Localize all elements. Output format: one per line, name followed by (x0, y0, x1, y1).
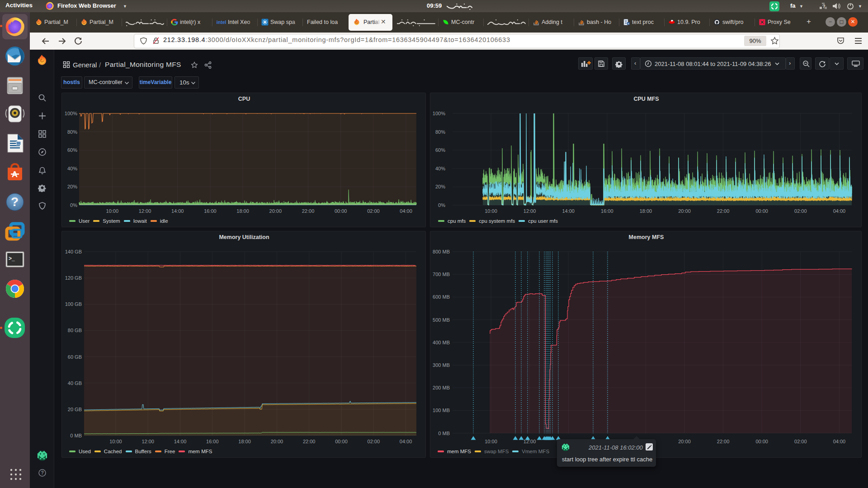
svg-text:16:00: 16:00 (206, 439, 219, 444)
svg-text:140 GB: 140 GB (65, 249, 82, 254)
svg-text:80%: 80% (67, 129, 77, 135)
svg-text:0 MB: 0 MB (438, 431, 450, 436)
svg-text:60%: 60% (435, 147, 445, 153)
svg-text:600 MB: 600 MB (433, 294, 450, 300)
svg-text:10:00: 10:00 (485, 208, 497, 214)
svg-text:12:00: 12:00 (524, 208, 536, 214)
svg-text:20:00: 20:00 (678, 208, 691, 214)
svg-text:60 GB: 60 GB (68, 354, 82, 360)
svg-text:00:00: 00:00 (335, 208, 347, 214)
svg-text:20%: 20% (435, 184, 445, 189)
svg-text:22:00: 22:00 (717, 439, 730, 444)
svg-text:100%: 100% (65, 111, 77, 116)
svg-text:12:00: 12:00 (142, 439, 154, 444)
svg-text:300 MB: 300 MB (433, 362, 450, 368)
svg-text:04:00: 04:00 (833, 208, 846, 214)
svg-text:20:00: 20:00 (271, 439, 283, 444)
svg-text:22:00: 22:00 (303, 439, 316, 444)
svg-text:10:00: 10:00 (109, 439, 122, 444)
svg-text:40%: 40% (435, 166, 445, 171)
svg-text:04:00: 04:00 (833, 439, 846, 444)
svg-text:80%: 80% (435, 129, 445, 135)
svg-text:20:00: 20:00 (269, 208, 282, 214)
svg-text:20%: 20% (67, 184, 77, 189)
svg-text:02:00: 02:00 (794, 439, 807, 444)
svg-text:20:00: 20:00 (678, 439, 691, 444)
svg-text:40%: 40% (67, 166, 77, 171)
svg-text:400 MB: 400 MB (433, 340, 450, 345)
svg-text:14:00: 14:00 (562, 208, 575, 214)
svg-text:500 MB: 500 MB (433, 317, 450, 323)
svg-text:22:00: 22:00 (302, 208, 315, 214)
svg-text:?: ? (41, 470, 44, 475)
svg-text:40 GB: 40 GB (68, 380, 82, 386)
svg-text:intel: intel (217, 19, 226, 25)
svg-text:12:00: 12:00 (139, 208, 151, 214)
svg-text:00:00: 00:00 (335, 439, 348, 444)
svg-text:20 GB: 20 GB (68, 407, 82, 412)
svg-text:02:00: 02:00 (368, 439, 380, 444)
svg-text:?: ? (11, 195, 19, 209)
svg-text:60%: 60% (67, 147, 77, 153)
svg-text:0 MB: 0 MB (70, 433, 82, 438)
svg-text:18:00: 18:00 (236, 208, 249, 214)
svg-text:0%: 0% (438, 202, 445, 208)
svg-text:16:00: 16:00 (601, 208, 613, 214)
svg-text:?: ? (822, 4, 826, 9)
svg-text:00:00: 00:00 (755, 439, 768, 444)
svg-text:100%: 100% (433, 111, 445, 116)
svg-text:700 MB: 700 MB (433, 272, 450, 277)
svg-text:10:00: 10:00 (106, 208, 119, 214)
svg-text:100 MB: 100 MB (433, 408, 450, 413)
svg-text:80 GB: 80 GB (68, 328, 82, 333)
svg-text:14:00: 14:00 (174, 439, 187, 444)
svg-text:18:00: 18:00 (640, 208, 652, 214)
svg-text:10:00: 10:00 (485, 439, 497, 444)
svg-text:120 GB: 120 GB (65, 275, 82, 281)
svg-text:800 MB: 800 MB (433, 249, 450, 254)
svg-text:100 GB: 100 GB (65, 301, 82, 307)
svg-text:16:00: 16:00 (204, 208, 217, 214)
svg-text:18:00: 18:00 (238, 439, 251, 444)
svg-text:0%: 0% (70, 202, 77, 208)
svg-text:02:00: 02:00 (367, 208, 380, 214)
svg-text:00:00: 00:00 (755, 208, 768, 214)
svg-text:14:00: 14:00 (171, 208, 184, 214)
svg-text:>_: >_ (9, 255, 15, 262)
svg-text:04:00: 04:00 (400, 439, 412, 444)
svg-text:04:00: 04:00 (400, 208, 412, 214)
svg-text:02:00: 02:00 (794, 208, 807, 214)
svg-text:22:00: 22:00 (717, 208, 730, 214)
svg-text:200 MB: 200 MB (433, 385, 450, 390)
